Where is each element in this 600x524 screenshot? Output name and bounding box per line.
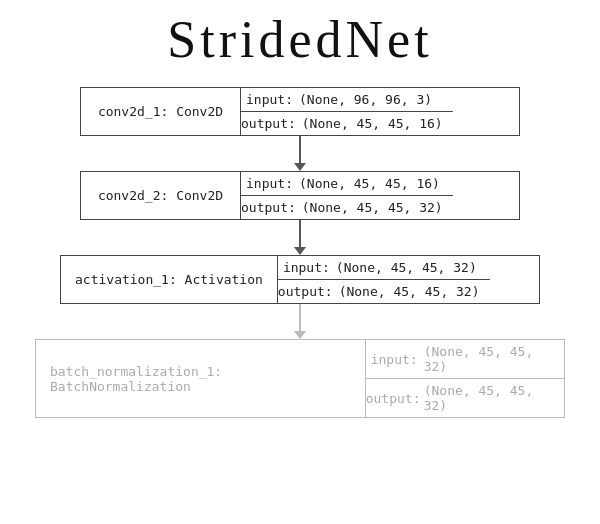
node-conv2d-2-input-row: input: (None, 45, 45, 16) bbox=[241, 172, 453, 195]
node-batch-norm-1-label: batch_normalization_1: BatchNormalizatio… bbox=[36, 340, 366, 417]
node-activation-1-input-val: (None, 45, 45, 32) bbox=[336, 260, 487, 275]
arrow-line-2 bbox=[299, 220, 301, 248]
arrow-line-1 bbox=[299, 136, 301, 164]
node-conv2d-2: conv2d_2: Conv2D input: (None, 45, 45, 1… bbox=[80, 171, 520, 220]
node-conv2d-1-output-val: (None, 45, 45, 16) bbox=[302, 116, 453, 131]
node-activation-1-io: input: (None, 45, 45, 32) output: (None,… bbox=[278, 256, 490, 303]
output-key-2: output: bbox=[241, 200, 302, 215]
network-diagram: conv2d_1: Conv2D input: (None, 96, 96, 3… bbox=[20, 87, 580, 418]
arrow-1 bbox=[20, 136, 580, 171]
node-conv2d-1-io: input: (None, 96, 96, 3) output: (None, … bbox=[241, 88, 453, 135]
node-activation-1-label: activation_1: Activation bbox=[61, 256, 278, 303]
input-key-4: input: bbox=[366, 352, 424, 367]
input-key-3: input: bbox=[278, 260, 336, 275]
node-batch-norm-1-output-val: (None, 45, 45, 32) bbox=[424, 383, 564, 413]
node-conv2d-1-output-row: output: (None, 45, 45, 16) bbox=[241, 111, 453, 135]
input-key-2: input: bbox=[241, 176, 299, 191]
node-batch-norm-1-output-row: output: (None, 45, 45, 32) bbox=[366, 378, 564, 417]
node-activation-1-input-row: input: (None, 45, 45, 32) bbox=[278, 256, 490, 279]
output-key-3: output: bbox=[278, 284, 339, 299]
page-title: StridedNet bbox=[167, 10, 432, 69]
node-conv2d-2-output-row: output: (None, 45, 45, 32) bbox=[241, 195, 453, 219]
node-activation-1-output-val: (None, 45, 45, 32) bbox=[339, 284, 490, 299]
node-conv2d-2-io: input: (None, 45, 45, 16) output: (None,… bbox=[241, 172, 453, 219]
node-conv2d-2-input-val: (None, 45, 45, 16) bbox=[299, 176, 450, 191]
node-batch-norm-1: batch_normalization_1: BatchNormalizatio… bbox=[35, 339, 565, 418]
node-batch-norm-1-input-val: (None, 45, 45, 32) bbox=[424, 344, 564, 374]
output-key-4: output: bbox=[366, 391, 424, 406]
input-key: input: bbox=[241, 92, 299, 107]
arrow-3 bbox=[20, 304, 580, 339]
node-activation-1: activation_1: Activation input: (None, 4… bbox=[60, 255, 540, 304]
node-conv2d-1-input-val: (None, 96, 96, 3) bbox=[299, 92, 442, 107]
node-batch-norm-1-io: input: (None, 45, 45, 32) output: (None,… bbox=[366, 340, 564, 417]
node-conv2d-2-output-val: (None, 45, 45, 32) bbox=[302, 200, 453, 215]
node-conv2d-1-label: conv2d_1: Conv2D bbox=[81, 88, 241, 135]
node-activation-1-output-row: output: (None, 45, 45, 32) bbox=[278, 279, 490, 303]
node-conv2d-2-label: conv2d_2: Conv2D bbox=[81, 172, 241, 219]
output-key: output: bbox=[241, 116, 302, 131]
node-batch-norm-1-input-row: input: (None, 45, 45, 32) bbox=[366, 340, 564, 378]
arrow-line-3 bbox=[299, 304, 301, 332]
node-conv2d-1: conv2d_1: Conv2D input: (None, 96, 96, 3… bbox=[80, 87, 520, 136]
node-conv2d-1-input-row: input: (None, 96, 96, 3) bbox=[241, 88, 453, 111]
arrow-2 bbox=[20, 220, 580, 255]
